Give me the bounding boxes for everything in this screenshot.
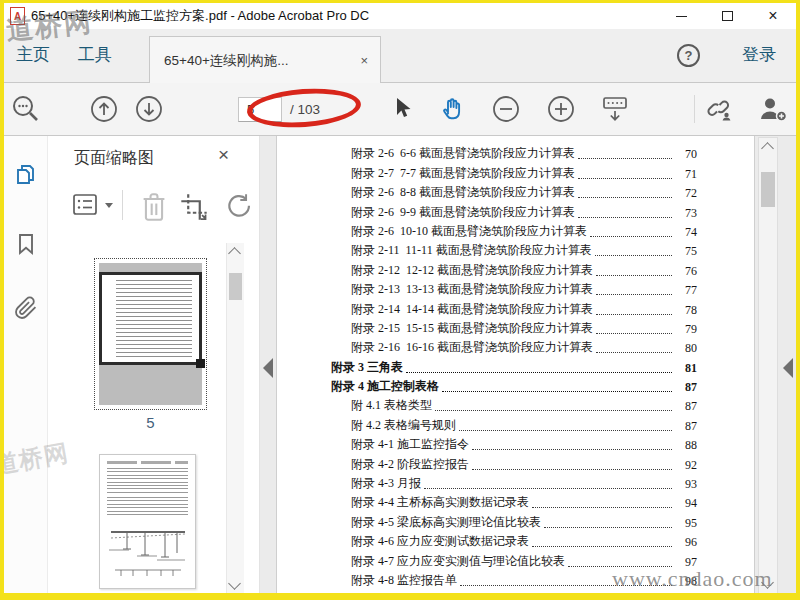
acrobat-window: A 65+40+连续刚构施工监控方案.pdf - Adobe Acrobat P… [0, 0, 800, 600]
maximize-button[interactable] [704, 3, 750, 29]
toc-entry-text: 附录 2-16 16-16 截面悬臂浇筑阶段应力计算表 [351, 339, 593, 358]
toc-entry[interactable]: 附录 2-15 15-15 截面悬臂浇筑阶段应力计算表 79 [277, 320, 754, 339]
toc-entry[interactable]: 附录 2-16 16-16 截面悬臂浇筑阶段应力计算表 80 [277, 339, 754, 358]
toc-entry-page: 94 [675, 496, 697, 513]
toc-entry[interactable]: 附录 2-13 13-13 截面悬臂浇筑阶段应力计算表 77 [277, 281, 754, 300]
toc-leader-dots [578, 158, 672, 159]
toc-entry[interactable]: 附录 4-3 月报 93 [277, 475, 754, 494]
hand-tool-icon[interactable] [437, 94, 467, 124]
toc-entry[interactable]: 附录 2-6 8-8 截面悬臂浇筑阶段应力计算表 72 [277, 184, 754, 203]
select-tool-icon[interactable] [388, 95, 414, 123]
zoom-in-icon[interactable] [547, 95, 575, 123]
toc-entry[interactable]: 附录 4-6 应力应变测试数据记录表 96 [277, 533, 754, 552]
panel-title: 页面缩略图 [74, 148, 154, 169]
thumbnail-page-5[interactable] [94, 258, 207, 410]
delete-pages-icon[interactable] [140, 192, 168, 222]
toc-entry[interactable]: 附录 2-6 9-9 截面悬臂浇筑阶段应力计算表 73 [277, 203, 754, 222]
find-icon[interactable] [10, 93, 42, 125]
panel-scrollbar[interactable] [226, 243, 244, 594]
scroll-down-icon[interactable] [228, 577, 241, 590]
document-scrollbar[interactable] [758, 137, 778, 594]
panel-close-icon[interactable]: × [218, 144, 229, 166]
close-icon: × [768, 8, 777, 24]
tab-document[interactable]: 65+40+连续刚构施... × [149, 36, 381, 84]
toc-leader-dots [544, 527, 672, 528]
toc-entry[interactable]: 附 4.1 表格类型 87 [277, 397, 754, 416]
close-button[interactable]: × [750, 3, 796, 29]
toc-entry[interactable]: 附录 2-14 14-14 截面悬臂浇筑阶段应力计算表 78 [277, 300, 754, 319]
toc-entry-text: 附录 4-4 主桥标高实测数据记录表 [351, 494, 529, 513]
toc-entry-page: 95 [675, 516, 697, 533]
toc-entry-page: 70 [675, 147, 697, 164]
panel-scrollbar-thumb[interactable] [229, 273, 242, 300]
toc-leader-dots [532, 546, 672, 547]
toc-entry-text: 附录 2-13 13-13 截面悬臂浇筑阶段应力计算表 [351, 281, 593, 300]
open-tools-pane-arrow-icon[interactable] [783, 358, 793, 378]
toc-entry-text: 附录 4-2 阶段监控报告 [351, 456, 469, 475]
toc-entry-text: 附录 2-6 9-9 截面悬臂浇筑阶段应力计算表 [351, 204, 575, 223]
collapse-panel-arrow-icon[interactable] [263, 358, 273, 378]
toc-entry[interactable]: 附录 2-6 10-10 截面悬臂浇筑阶段应力计算表 74 [277, 223, 754, 242]
pdf-page: 附录 2-6 6-6 截面悬臂浇筑阶段应力计算表 70 附录 2-7 7-7 截… [276, 136, 755, 594]
attachments-icon[interactable] [14, 296, 38, 320]
thumbnail-page-6[interactable] [99, 454, 196, 589]
toc-entry-page: 76 [675, 264, 697, 281]
toc-leader-dots [590, 236, 672, 237]
toc-entry[interactable]: 附录 2-7 7-7 截面悬臂浇筑阶段应力计算表 71 [277, 164, 754, 183]
page-thumbnails-icon[interactable] [14, 162, 38, 186]
thumbnail-options-icon[interactable] [72, 192, 113, 218]
rotate-pages-icon[interactable] [224, 192, 252, 222]
toc-entry[interactable]: 附录 4-2 阶段监控报告 92 [277, 455, 754, 474]
toc-leader-dots [406, 372, 672, 373]
scroll-up-icon[interactable] [761, 142, 774, 155]
maximize-icon [722, 11, 733, 21]
minimize-button[interactable] [658, 3, 704, 29]
minimize-icon [676, 16, 687, 17]
toc-entry[interactable]: 附录 2-11 11-11 截面悬臂浇筑阶段应力计算表 75 [277, 242, 754, 261]
crop-pages-icon[interactable] [180, 192, 208, 222]
tab-document-label: 65+40+连续刚构施... [150, 52, 289, 70]
thumbnail-page-5-preview [99, 263, 202, 405]
toolbar-separator [694, 95, 695, 123]
toc-entry-page: 87 [675, 419, 697, 436]
toc-entry-page: 99 [675, 593, 697, 594]
share-link-icon[interactable] [704, 94, 734, 124]
tab-tools[interactable]: 工具 [78, 43, 112, 66]
toc-entry-text: 附录 4-5 梁底标高实测理论值比较表 [351, 514, 541, 533]
toc-entry[interactable]: 附录 2-12 12-12 截面悬臂浇筑阶段应力计算表 76 [277, 261, 754, 280]
document-scrollbar-thumb[interactable] [761, 172, 775, 207]
toc-entry[interactable]: 附录 4-5 梁底标高实测理论值比较表 95 [277, 513, 754, 532]
add-account-icon[interactable] [757, 94, 789, 124]
toc-entry-page: 93 [675, 477, 697, 494]
scroll-up-icon[interactable] [228, 247, 241, 260]
toc-entry[interactable]: 附录 3 三角表 81 [277, 358, 754, 377]
toc-entry[interactable]: 附录 2-6 6-6 截面悬臂浇筑阶段应力计算表 70 [277, 145, 754, 164]
toc-leader-dots [472, 469, 672, 470]
view-rect-handle[interactable] [196, 359, 205, 368]
toc-entry-text: 附录 4-9 工程联系单 [351, 591, 457, 594]
bookmarks-icon[interactable] [14, 232, 38, 256]
next-page-icon[interactable] [135, 95, 163, 123]
help-button[interactable]: ? [677, 44, 700, 67]
toc-entry-text: 附录 4-1 施工监控指令 [351, 436, 469, 455]
title-bar: A 65+40+连续刚构施工监控方案.pdf - Adobe Acrobat P… [4, 3, 796, 29]
toc-entry[interactable]: 附 4.2 表格编号规则 87 [277, 416, 754, 435]
page-display-icon[interactable] [600, 94, 630, 124]
toc-entry-text: 附录 2-6 8-8 截面悬臂浇筑阶段应力计算表 [351, 184, 575, 203]
toc-entry[interactable]: 附录 4-1 施工监控指令 88 [277, 436, 754, 455]
toc-leader-dots [596, 275, 672, 276]
toc-entry-text: 附录 2-15 15-15 截面悬臂浇筑阶段应力计算表 [351, 320, 593, 339]
toc-entry-page: 92 [675, 458, 697, 475]
thumbnail-view-rect[interactable] [99, 272, 202, 365]
toc-entry-text: 附录 2-7 7-7 截面悬臂浇筑阶段应力计算表 [351, 165, 575, 184]
toc-entry[interactable]: 附录 4-4 主桥标高实测数据记录表 94 [277, 494, 754, 513]
toc-entry-page: 72 [675, 186, 697, 203]
signin-button[interactable]: 登录 [742, 43, 776, 66]
zoom-out-icon[interactable] [492, 95, 520, 123]
toc-entry[interactable]: 附录 4 施工控制表格 87 [277, 378, 754, 397]
tab-close-icon[interactable]: × [348, 53, 380, 68]
toc-entry-page: 75 [675, 244, 697, 261]
toc-leader-dots [459, 430, 672, 431]
window-controls: × [658, 3, 796, 29]
previous-page-icon[interactable] [90, 95, 118, 123]
